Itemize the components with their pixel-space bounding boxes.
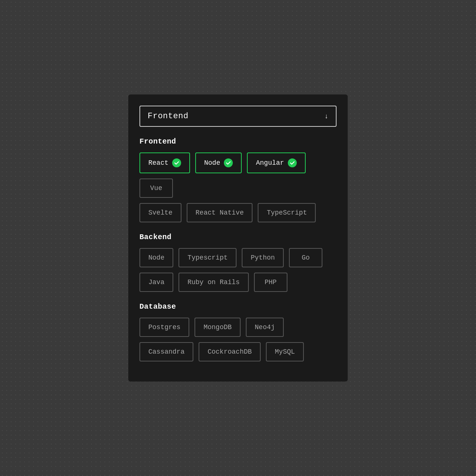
- tag-angular[interactable]: Angular: [247, 152, 306, 173]
- tag-label-svelte: Svelte: [148, 209, 173, 216]
- tag-typescript-be[interactable]: Typescript: [178, 248, 237, 267]
- section-title-database: Database: [139, 302, 337, 311]
- tag-python[interactable]: Python: [242, 248, 284, 267]
- tag-go[interactable]: Go: [289, 248, 322, 267]
- section-title-backend: Backend: [139, 233, 337, 241]
- tag-svelte[interactable]: Svelte: [139, 203, 181, 222]
- tags-row-database-0: PostgresMongoDBNeo4j: [139, 318, 337, 337]
- chevron-down-icon: ↓: [324, 113, 328, 120]
- tags-row-frontend-1: SvelteReact NativeTypeScript: [139, 203, 337, 222]
- tag-cockroachdb[interactable]: CockroachDB: [199, 342, 261, 361]
- tag-node-fe[interactable]: Node: [195, 152, 242, 173]
- tag-typescript-fe[interactable]: TypeScript: [258, 203, 316, 222]
- section-database: DatabasePostgresMongoDBNeo4jCassandraCoc…: [139, 302, 337, 361]
- tag-label-typescript-fe: TypeScript: [267, 209, 307, 216]
- category-dropdown[interactable]: Frontend ↓: [139, 106, 337, 127]
- tag-label-node-fe: Node: [204, 159, 220, 167]
- tag-react[interactable]: React: [139, 152, 190, 173]
- tag-mysql[interactable]: MySQL: [266, 342, 304, 361]
- dropdown-label: Frontend: [148, 112, 189, 121]
- tag-label-java: Java: [148, 279, 164, 286]
- tag-label-cassandra: Cassandra: [148, 348, 184, 356]
- tag-label-mongodb: MongoDB: [203, 324, 232, 331]
- tag-label-neo4j: Neo4j: [255, 324, 275, 331]
- tag-node-be[interactable]: Node: [139, 248, 173, 267]
- tags-row-backend-0: NodeTypescriptPythonGo: [139, 248, 337, 267]
- tag-label-react-native: React Native: [196, 209, 244, 216]
- section-frontend: FrontendReact Node Angular VueSvelteReac…: [139, 137, 337, 222]
- tag-java[interactable]: Java: [139, 273, 173, 292]
- checkmark-icon: [224, 158, 233, 167]
- tag-cassandra[interactable]: Cassandra: [139, 342, 193, 361]
- tag-label-postgres: Postgres: [148, 324, 180, 331]
- tag-label-ruby-on-rails: Ruby on Rails: [187, 279, 239, 286]
- tags-row-backend-1: JavaRuby on RailsPHP: [139, 273, 337, 292]
- section-backend: BackendNodeTypescriptPythonGoJavaRuby on…: [139, 233, 337, 292]
- section-title-frontend: Frontend: [139, 137, 337, 146]
- tag-neo4j[interactable]: Neo4j: [246, 318, 284, 337]
- tag-label-go: Go: [302, 254, 310, 261]
- tag-label-node-be: Node: [148, 254, 164, 261]
- sections-container: FrontendReact Node Angular VueSvelteReac…: [139, 137, 337, 367]
- tag-react-native[interactable]: React Native: [187, 203, 253, 222]
- tag-label-python: Python: [251, 254, 275, 261]
- checkmark-icon: [288, 158, 297, 167]
- skill-selector-card: Frontend ↓ FrontendReact Node Angular Vu…: [128, 94, 348, 382]
- tag-label-typescript-be: Typescript: [187, 254, 228, 261]
- tag-label-mysql: MySQL: [275, 348, 295, 356]
- tag-vue[interactable]: Vue: [139, 178, 173, 198]
- tags-row-frontend-0: React Node Angular Vue: [139, 152, 337, 198]
- tag-label-vue: Vue: [150, 184, 162, 192]
- tags-row-database-1: CassandraCockroachDBMySQL: [139, 342, 337, 361]
- tag-label-react: React: [148, 159, 168, 167]
- tag-label-php: PHP: [264, 279, 276, 286]
- tag-label-cockroachdb: CockroachDB: [208, 348, 252, 356]
- checkmark-icon: [172, 158, 181, 167]
- tag-php[interactable]: PHP: [254, 273, 287, 292]
- tag-postgres[interactable]: Postgres: [139, 318, 189, 337]
- tag-ruby-on-rails[interactable]: Ruby on Rails: [178, 273, 248, 292]
- tag-label-angular: Angular: [256, 159, 284, 167]
- tag-mongodb[interactable]: MongoDB: [194, 318, 241, 337]
